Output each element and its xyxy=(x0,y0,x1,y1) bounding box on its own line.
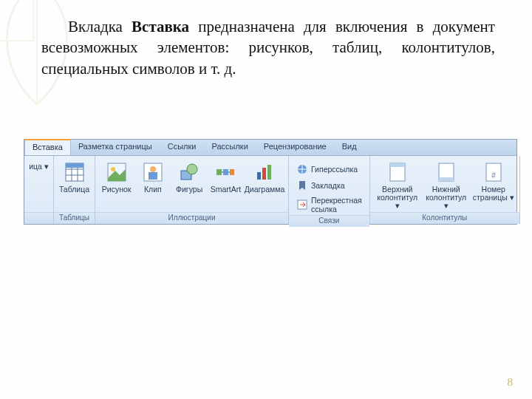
header-button[interactable]: Верхний колонтитул ▾ xyxy=(375,159,420,210)
smartart-icon xyxy=(214,160,237,184)
group-header-footer: Верхний колонтитул ▾ Нижний колонтитул ▾… xyxy=(370,156,520,224)
bookmark-button[interactable]: Закладка xyxy=(293,178,365,193)
smartart-button[interactable]: SmartArt xyxy=(209,159,242,194)
svg-text:#: # xyxy=(491,171,496,180)
svg-rect-18 xyxy=(262,168,266,180)
body-paragraph: Вкладка Вставка предназначена для включе… xyxy=(41,16,495,79)
group-label-links: Связи xyxy=(289,215,369,227)
chart-icon xyxy=(253,160,276,184)
cover-page-button[interactable]: ица ▾ xyxy=(29,159,49,171)
shapes-button[interactable]: Фигуры xyxy=(173,159,206,194)
tab-view[interactable]: Вид xyxy=(335,140,365,155)
slide-page-number: 8 xyxy=(508,376,514,389)
svg-rect-15 xyxy=(223,169,228,175)
group-label-tables: Таблицы xyxy=(54,212,95,224)
svg-rect-19 xyxy=(267,165,271,180)
group-illustrations: Рисунок Клип Фигуры SmartArt Диаграмма xyxy=(95,156,289,224)
shapes-icon xyxy=(177,160,201,184)
tab-insert[interactable]: Вставка xyxy=(24,139,71,155)
svg-point-8 xyxy=(111,167,115,171)
group-label-header-footer: Колонтитулы xyxy=(370,212,519,224)
word-ribbon: Вставка Разметка страницы Ссылки Рассылк… xyxy=(24,139,517,225)
table-icon xyxy=(63,160,86,184)
text-prefix: Вкладка xyxy=(68,18,132,35)
hyperlink-button[interactable]: Гиперссылка xyxy=(293,162,365,177)
cross-reference-icon xyxy=(296,199,308,211)
ribbon-groups: ица ▾ Таблица Таблицы Рисунок xyxy=(24,156,516,224)
svg-rect-25 xyxy=(439,177,454,181)
ribbon-tabstrip: Вставка Разметка страницы Ссылки Рассылк… xyxy=(24,140,516,156)
svg-rect-11 xyxy=(149,172,157,180)
clip-button[interactable]: Клип xyxy=(136,159,169,194)
footer-icon xyxy=(434,160,458,184)
svg-rect-17 xyxy=(257,172,261,180)
cross-reference-button[interactable]: Перекрестная ссылка xyxy=(293,194,365,215)
picture-icon xyxy=(105,160,129,184)
footer-button[interactable]: Нижний колонтитул ▾ xyxy=(423,159,469,210)
chart-button[interactable]: Диаграмма xyxy=(245,159,284,194)
page-number-icon: # xyxy=(482,160,505,184)
group-links: Гиперссылка Закладка Перекрестная ссылка… xyxy=(289,156,370,224)
svg-point-10 xyxy=(150,166,156,172)
tab-page-layout[interactable]: Разметка страницы xyxy=(71,140,160,155)
svg-rect-23 xyxy=(390,163,405,167)
svg-point-13 xyxy=(187,164,197,174)
svg-rect-6 xyxy=(66,163,83,168)
table-button[interactable]: Таблица xyxy=(58,159,90,194)
text-bold: Вставка xyxy=(132,18,189,35)
group-label-illustrations: Иллюстрации xyxy=(95,212,288,224)
tab-review[interactable]: Рецензирование xyxy=(256,140,335,155)
picture-button[interactable]: Рисунок xyxy=(100,159,133,194)
svg-rect-16 xyxy=(230,169,234,175)
svg-rect-14 xyxy=(216,169,222,175)
tab-references[interactable]: Ссылки xyxy=(160,140,205,155)
bookmark-icon xyxy=(296,180,308,191)
tab-mailings[interactable]: Рассылки xyxy=(204,140,256,155)
group-pages-partial: ица ▾ xyxy=(24,156,54,224)
svg-rect-0 xyxy=(0,0,34,41)
clip-art-icon xyxy=(141,160,165,184)
header-icon xyxy=(386,160,409,184)
group-tables: Таблица Таблицы xyxy=(54,156,95,224)
page-number-button[interactable]: # Номер страницы ▾ xyxy=(472,159,515,202)
hyperlink-icon xyxy=(296,163,308,175)
